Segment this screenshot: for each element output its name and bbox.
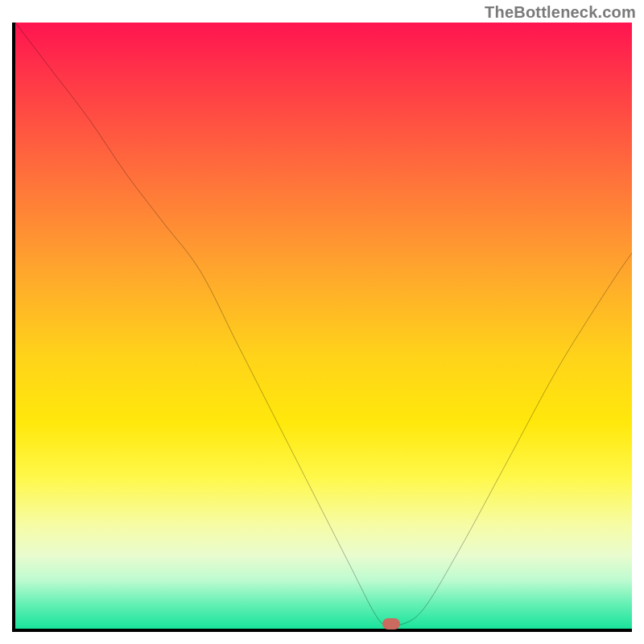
chart-container: TheBottleneck.com xyxy=(0,0,644,644)
watermark-text: TheBottleneck.com xyxy=(485,3,636,22)
curve-path xyxy=(15,23,632,628)
min-marker xyxy=(382,618,400,630)
curve-layer xyxy=(15,23,632,629)
plot-area xyxy=(12,23,632,632)
